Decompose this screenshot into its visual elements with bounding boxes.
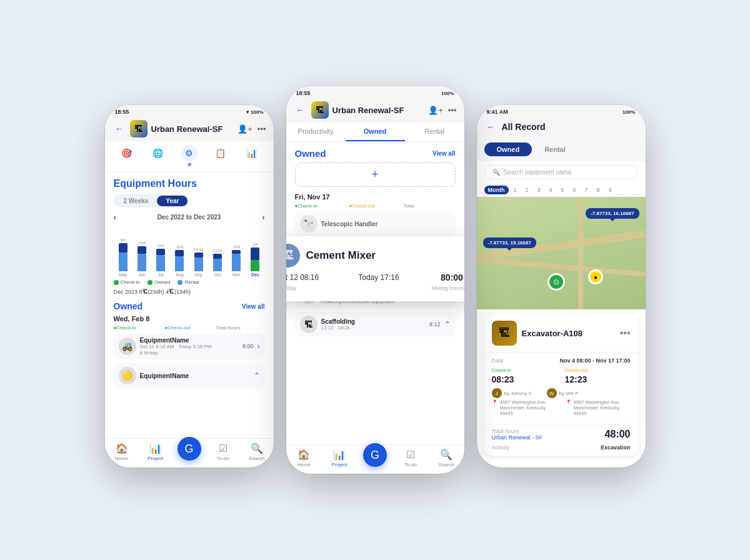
year-btn[interactable]: Year <box>157 196 188 206</box>
add-equipment-btn[interactable]: + <box>295 162 456 187</box>
nav-project[interactable]: 📊 Project <box>139 442 172 461</box>
nav-icon-docs[interactable]: 📋 <box>212 145 229 168</box>
owned-view-all[interactable]: View all <box>242 303 265 310</box>
eq-arrow-1: › <box>258 342 260 351</box>
total-label-group: Total hours Urban Renewal - SF <box>492 428 543 441</box>
popup-sub: 8 hr/day <box>286 285 371 291</box>
more-icon[interactable]: ••• <box>258 124 266 134</box>
scaffolding-arrow: ⌃ <box>444 320 451 329</box>
owned-tab[interactable]: Owned <box>484 142 532 156</box>
chart-legend: Check-in Owned Rental <box>114 279 265 285</box>
search-bar[interactable]: 🔍 Search equipment name <box>484 165 638 179</box>
month-tab-8[interactable]: 8 <box>593 186 604 194</box>
equipment-row-2[interactable]: 🟡 EquipmentName ⌃ <box>114 363 265 388</box>
bar-jun-rental <box>138 246 146 254</box>
nav-home[interactable]: 🏠 Home <box>105 442 139 461</box>
scaffolding-row[interactable]: 🏗 Scaffolding 11:11 19:2s 8:12 ⌃ <box>295 312 456 337</box>
map-marker-yellow[interactable]: ● <box>588 269 603 284</box>
wifi-icon: ▾ <box>246 109 249 115</box>
equipment-row-1[interactable]: 🚜 EquipmentName Oct 12 8:16 AM Today 5:1… <box>114 333 265 359</box>
center-fab-button[interactable]: G <box>363 443 387 467</box>
right-time: 9:41 AM <box>487 109 508 115</box>
checkin-col: ●Check-in <box>114 325 162 331</box>
center-col-headers: ●Check-in ●Check-out Total <box>295 203 456 209</box>
left-status-bar: 18:55 ▾ 100% <box>105 105 274 116</box>
eq-total-1: 8:00 <box>242 343 254 349</box>
eq-info-2: EquipmentName <box>140 372 250 379</box>
center-time: 18:55 <box>296 90 311 96</box>
bar-oct: 12/15 Oct <box>209 249 226 277</box>
telescopic-handler-row[interactable]: 🔭 Telescopic Handler <box>295 211 456 236</box>
tab-owned[interactable]: Owned <box>346 122 405 141</box>
center-project-icon: 🏗 <box>311 101 329 119</box>
month-tab-7[interactable]: 7 <box>581 186 592 194</box>
center-project-icon-nav: 📊 <box>333 449 346 461</box>
center-back-button[interactable]: ← <box>294 103 308 117</box>
nav-todo[interactable]: ☑ To-do <box>206 442 240 461</box>
month-tab-1[interactable]: 1 <box>510 186 521 194</box>
right-back-button[interactable]: ← <box>484 120 498 134</box>
month-tab-3[interactable]: 3 <box>534 186 544 194</box>
center-total-col: Total <box>404 203 456 209</box>
rental-tab[interactable]: Rental <box>532 142 578 156</box>
month-tab-2[interactable]: 2 <box>522 186 532 194</box>
month-tab-all[interactable]: Month <box>484 186 509 194</box>
two-weeks-btn[interactable]: 2 Weeks <box>115 196 158 206</box>
checkout-col: ●Check-out <box>165 325 214 331</box>
center-nav-project[interactable]: 📊 Project <box>322 449 358 468</box>
date-prev-btn[interactable]: ‹ <box>114 212 116 222</box>
left-status-icons: ▾ 100% <box>246 109 263 115</box>
nav-icon-chart[interactable]: 📊 <box>244 145 260 168</box>
month-tab-6[interactable]: 6 <box>569 186 580 194</box>
center-view-all[interactable]: View all <box>432 150 456 157</box>
tab-productivity[interactable]: Productivity <box>286 122 346 141</box>
month-tab-4[interactable]: 4 <box>546 186 556 194</box>
person-add-icon[interactable]: 👤+ <box>238 124 252 134</box>
center-nav-todo[interactable]: ☑ To-do <box>393 449 429 468</box>
month-tab-5[interactable]: 5 <box>558 186 568 194</box>
chart-icon: 📊 <box>244 145 260 161</box>
center-nav-home[interactable]: 🏠 Home <box>286 449 322 468</box>
center-nav-fab[interactable]: G <box>358 449 393 467</box>
owned-rental-tabs: Owned Rental <box>477 138 646 161</box>
map-marker-green[interactable]: ⊙ <box>548 273 565 291</box>
date-range-label: Dec 2022 to Dec 2023 <box>158 214 221 221</box>
total-hours-row: Total hours Urban Renewal - SF 48:00 <box>484 424 638 444</box>
month-tab-9[interactable]: 9 <box>605 186 616 194</box>
left-phone: 18:55 ▾ 100% ← 🏗 Urban Renewal-SF 👤+ •••… <box>105 105 274 468</box>
bar-dec: 1/4 Dec <box>247 242 263 277</box>
popup-name: Cement Mixer <box>306 249 376 262</box>
eq-icon-2: 🟡 <box>119 367 136 384</box>
nav-search[interactable]: 🔍 Search <box>240 442 274 461</box>
project-nav-icon: 📊 <box>149 442 162 454</box>
scaffolding-icon: 🏗 <box>300 316 318 333</box>
popup-checkin: Oct 12 08:16 <box>286 273 354 282</box>
popup-desc: Mixing concrete <box>376 285 464 291</box>
search-icon-right: 🔍 <box>492 169 500 176</box>
left-back-button[interactable]: ← <box>112 122 126 136</box>
nav-icon-equipment[interactable]: ⚙ ⚙ <box>181 145 198 168</box>
owned-title: Owned <box>114 301 143 311</box>
date-next-btn[interactable]: › <box>262 212 264 222</box>
map-road-3 <box>578 197 583 309</box>
center-more-icon[interactable]: ••• <box>448 106 457 115</box>
checkout-avatar: W <box>547 388 557 398</box>
nav-icon-home[interactable]: 🎯 <box>119 145 135 168</box>
center-person-icon[interactable]: 👤+ <box>428 106 443 115</box>
fab-button[interactable]: G <box>178 437 201 461</box>
bar-jun-owned <box>138 254 146 271</box>
left-app-header: ← 🏗 Urban Renewal-SF 👤+ ••• <box>105 116 274 141</box>
nav-fab-left[interactable]: G <box>172 443 206 461</box>
center-nav-search[interactable]: 🔍 Search <box>429 449 464 468</box>
telescopic-name: Telescopic Handler <box>321 221 451 228</box>
nav-icon-globe[interactable]: 🌐 <box>150 145 166 168</box>
center-battery: 100% <box>441 91 454 96</box>
bar-aug-rental <box>175 250 184 256</box>
checkout-address: 4567 Washington Ave. Manchester, Kentuck… <box>574 399 631 416</box>
bar-sep-owned <box>194 258 203 271</box>
tab-rental[interactable]: Rental <box>405 122 464 141</box>
total-project: Urban Renewal - SF <box>492 434 543 441</box>
right-phone: 9:41 AM 100% ← All Record Owned Rental 🔍… <box>477 105 646 468</box>
bar-oct-label: 12/15 <box>212 249 222 252</box>
record-menu-icon[interactable]: ••• <box>620 328 631 339</box>
